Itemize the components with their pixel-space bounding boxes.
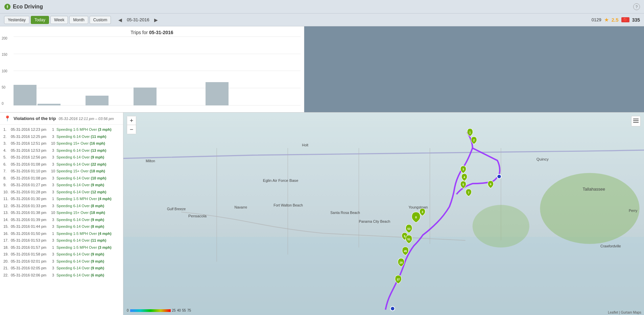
violation-row-0[interactable]: 1. 05-31-2016 12:23 pm 1 Speeding 1-5 MP… bbox=[0, 126, 123, 133]
viol-desc: Speeding 6-14 Over (12 mph) bbox=[56, 189, 106, 195]
viol-desc: Speeding 6-14 Over (9 mph) bbox=[56, 182, 104, 188]
viol-desc: Speeding 1-5 MPH Over (3 mph) bbox=[56, 127, 112, 132]
help-button[interactable]: ? bbox=[633, 3, 640, 10]
yesterday-button[interactable]: Yesterday bbox=[4, 16, 29, 24]
violation-row-17[interactable]: 18. 05-31-2016 01:57 pm 1 Speeding 1-5 M… bbox=[0, 244, 123, 251]
y-label-200: 200 bbox=[2, 37, 7, 40]
violation-row-10[interactable]: 11. 05-31-2016 01:30 pm 1 Speeding 1-5 M… bbox=[0, 195, 123, 202]
viol-num: 6. bbox=[3, 162, 11, 167]
violation-row-9[interactable]: 10. 05-31-2016 01:28 pm 3 Speeding 6-14 … bbox=[0, 189, 123, 196]
viol-desc: Speeding 6-14 Over (8 mph) bbox=[56, 203, 104, 209]
legend-colorbar bbox=[130, 309, 171, 312]
lower-section: 📍 Violations of the trip 05-31-2016 12:1… bbox=[0, 113, 644, 315]
svg-text:0: 0 bbox=[415, 215, 417, 219]
viol-num: 9. bbox=[3, 182, 11, 188]
violation-row-21[interactable]: 22. 05-31-2016 02:06 pm 3 Speeding 6-14 … bbox=[0, 272, 123, 279]
svg-text:Perry: Perry bbox=[629, 209, 638, 213]
svg-text:5: 5 bbox=[404, 235, 406, 238]
viol-num: 20. bbox=[3, 259, 11, 264]
violation-row-14[interactable]: 15. 05-31-2016 01:44 pm 3 Speeding 6-14 … bbox=[0, 223, 123, 230]
map-layers-button[interactable] bbox=[631, 116, 641, 126]
violation-row-4[interactable]: 5. 05-31-2016 12:56 pm 3 Speeding 6-14 O… bbox=[0, 154, 123, 161]
viol-desc: Speeding 6-14 Over (9 mph) bbox=[56, 251, 104, 257]
violation-row-13[interactable]: 14. 05-31-2016 01:39 pm 3 Speeding 6-14 … bbox=[0, 216, 123, 223]
map-area[interactable]: Pensacola Navarre Fort Walton Beach Sant… bbox=[123, 113, 644, 315]
viol-num: 21. bbox=[3, 265, 11, 271]
viol-desc: Speeding 1-5 MPH Over (4 mph) bbox=[56, 231, 112, 237]
chart-bar-5[interactable] bbox=[134, 88, 157, 105]
svg-point-3 bbox=[540, 173, 639, 244]
viol-date: 05-31-2016 02:05 pm bbox=[11, 265, 50, 271]
chart-bar-0[interactable] bbox=[14, 85, 37, 105]
viol-count: 3 bbox=[50, 189, 56, 195]
zoom-in-button[interactable]: + bbox=[127, 116, 136, 125]
viol-num: 11. bbox=[3, 196, 11, 202]
chart-bar-8[interactable] bbox=[206, 82, 229, 105]
violation-row-11[interactable]: 12. 05-31-2016 01:33 pm 3 Speeding 6-14 … bbox=[0, 202, 123, 210]
viol-num: 8. bbox=[3, 175, 11, 181]
viol-num: 12. bbox=[3, 203, 11, 209]
viol-desc: Speeding 15+ Over (16 mph) bbox=[56, 141, 105, 146]
svg-text:Holt: Holt bbox=[302, 143, 308, 147]
viol-date: 05-31-2016 12:53 pm bbox=[11, 148, 50, 153]
custom-button[interactable]: Custom bbox=[90, 16, 111, 24]
violation-row-2[interactable]: 3. 05-31-2016 12:51 pm 10 Speeding 15+ O… bbox=[0, 140, 123, 147]
svg-rect-36 bbox=[633, 119, 639, 119]
viol-count: 3 bbox=[50, 224, 56, 229]
viol-date: 05-31-2016 12:23 pm bbox=[11, 127, 50, 132]
map-legend: 0 25 40 55 75 bbox=[127, 309, 191, 312]
viol-desc: Speeding 1-5 MPH Over (4 mph) bbox=[56, 196, 112, 202]
svg-text:45: 45 bbox=[404, 249, 407, 253]
viol-count: 3 bbox=[50, 175, 56, 181]
viol-date: 05-31-2016 01:53 pm bbox=[11, 238, 50, 243]
violation-row-19[interactable]: 20. 05-31-2016 02:01 pm 3 Speeding 6-14 … bbox=[0, 258, 123, 265]
viol-count: 1 bbox=[50, 127, 56, 132]
week-button[interactable]: Week bbox=[50, 16, 68, 24]
viol-desc: Speeding 1-5 MPH Over (3 mph) bbox=[56, 245, 112, 250]
prev-date-button[interactable]: ◀ bbox=[116, 17, 124, 23]
chart-bar-3[interactable] bbox=[86, 96, 109, 105]
violation-row-7[interactable]: 8. 05-31-2016 01:08 pm 3 Speeding 6-14 O… bbox=[0, 175, 123, 182]
violation-row-20[interactable]: 21. 05-31-2016 02:05 pm 3 Speeding 6-14 … bbox=[0, 265, 123, 272]
violation-row-16[interactable]: 17. 05-31-2016 01:53 pm 3 Speeding 6-14 … bbox=[0, 237, 123, 244]
viol-count: 10 bbox=[50, 168, 56, 174]
viol-num: 19. bbox=[3, 251, 11, 257]
viol-count: 3 bbox=[50, 259, 56, 264]
viol-count: 3 bbox=[50, 154, 56, 160]
leaf-icon bbox=[4, 3, 11, 10]
svg-text:Youngstown: Youngstown bbox=[409, 205, 428, 209]
chart-bar-1[interactable] bbox=[38, 104, 61, 105]
violation-row-6[interactable]: 7. 05-31-2016 01:10 pm 10 Speeding 15+ O… bbox=[0, 168, 123, 175]
viol-desc: Speeding 6-14 Over (6 mph) bbox=[56, 272, 104, 278]
svg-text:Gulf Breeze: Gulf Breeze bbox=[167, 207, 186, 211]
main-content: Trips for 05-31-2016 200 150 100 50 0 bbox=[0, 26, 644, 315]
svg-text:Navarre: Navarre bbox=[235, 205, 247, 209]
violation-row-15[interactable]: 16. 05-31-2016 01:50 pm 1 Speeding 1-5 M… bbox=[0, 230, 123, 237]
violations-list: 1. 05-31-2016 12:23 pm 1 Speeding 1-5 MP… bbox=[0, 125, 123, 315]
violation-row-5[interactable]: 6. 05-31-2016 01:08 pm 3 Speeding 6-14 O… bbox=[0, 161, 123, 168]
violation-row-8[interactable]: 9. 05-31-2016 01:27 pm 3 Speeding 6-14 O… bbox=[0, 181, 123, 189]
star-icon: ★ bbox=[604, 17, 609, 23]
viol-num: 4. bbox=[3, 148, 11, 153]
app-title: Eco Driving bbox=[13, 4, 43, 10]
viol-count: 10 bbox=[50, 210, 56, 216]
viol-date: 05-31-2016 01:30 pm bbox=[11, 196, 50, 202]
viol-desc: Speeding 6-14 Over (9 mph) bbox=[56, 265, 104, 271]
viol-desc: Speeding 15+ Over (18 mph) bbox=[56, 168, 105, 174]
svg-text:3: 3 bbox=[462, 168, 464, 171]
next-date-button[interactable]: ▶ bbox=[152, 17, 160, 23]
violation-row-18[interactable]: 19. 05-31-2016 01:58 pm 3 Speeding 6-14 … bbox=[0, 251, 123, 258]
violation-row-1[interactable]: 2. 05-31-2016 12:25 pm 3 Speeding 6-14 O… bbox=[0, 133, 123, 140]
today-button[interactable]: Today bbox=[31, 16, 49, 24]
svg-rect-37 bbox=[633, 120, 639, 121]
month-button[interactable]: Month bbox=[69, 16, 88, 24]
zoom-out-button[interactable]: − bbox=[127, 125, 136, 134]
svg-text:Pensacola: Pensacola bbox=[188, 214, 207, 218]
viol-desc: Speeding 15+ Over (18 mph) bbox=[56, 210, 105, 216]
viol-desc: Speeding 6-14 Over (10 mph) bbox=[56, 175, 106, 181]
viol-date: 05-31-2016 01:28 pm bbox=[11, 189, 50, 195]
violation-row-3[interactable]: 4. 05-31-2016 12:53 pm 3 Speeding 6-14 O… bbox=[0, 147, 123, 154]
svg-point-5 bbox=[390, 307, 395, 311]
violation-row-12[interactable]: 13. 05-31-2016 01:38 pm 10 Speeding 15+ … bbox=[0, 209, 123, 216]
pin-icon: 📍 bbox=[4, 115, 11, 122]
